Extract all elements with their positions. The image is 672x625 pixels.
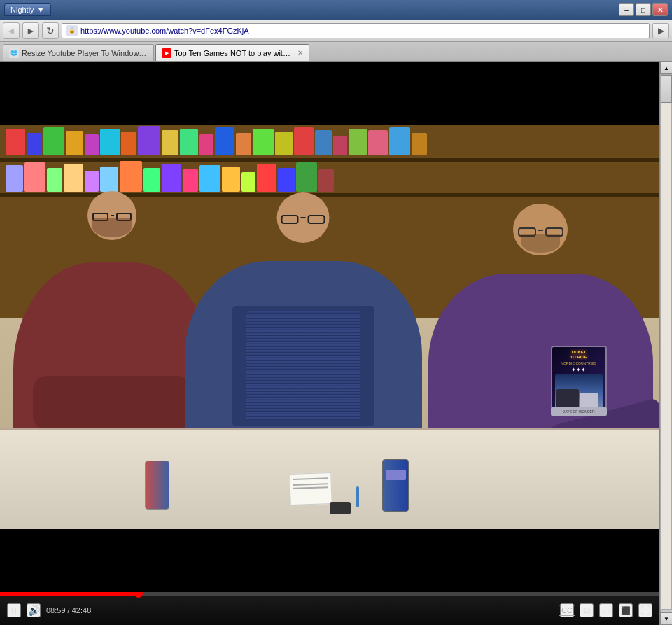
book-4 bbox=[66, 131, 83, 155]
go-button[interactable]: ▶ bbox=[652, 23, 669, 38]
play-pause-icon: ⏸ bbox=[9, 605, 19, 616]
scroll-down-button[interactable]: ▼ bbox=[660, 612, 672, 625]
game-box-subtitle: NORDIC COUNTRIES bbox=[561, 361, 596, 365]
total-time: 42:48 bbox=[72, 606, 92, 615]
nightly-dropdown-icon: ▼ bbox=[37, 6, 45, 14]
book-13 bbox=[236, 133, 251, 155]
book-20 bbox=[368, 130, 388, 155]
miniplayer-icon: ▭ bbox=[603, 606, 610, 615]
time-display: 08:59 / 42:48 bbox=[46, 606, 91, 615]
content-area: TICKETTO RIDE NORDIC COUNTRIES ✦✦✦ bbox=[0, 62, 672, 625]
captions-button[interactable]: CC bbox=[560, 603, 574, 617]
book-10 bbox=[180, 129, 198, 155]
book-6 bbox=[100, 129, 120, 155]
fullscreen-icon: ⛶ bbox=[640, 605, 650, 616]
tab-favicon-resize: 🌐 bbox=[9, 48, 19, 58]
titlebar: Nightly ▼ – □ ✕ bbox=[0, 0, 672, 20]
navbar: ◄ ► ↻ 🔒 https://www.youtube.com/watch?v=… bbox=[0, 20, 672, 42]
video-controls: ⏸ 🔊 08:59 / 42:48 CC ⚙ bbox=[0, 596, 659, 625]
book-2 bbox=[27, 133, 42, 155]
game-box-title: TICKETTO RIDE bbox=[570, 350, 587, 360]
book-22 bbox=[412, 133, 427, 155]
book-12 bbox=[215, 127, 234, 155]
nightly-label: Nightly bbox=[10, 6, 34, 14]
forward-button[interactable]: ► bbox=[22, 22, 39, 39]
book-14 bbox=[253, 129, 274, 155]
tab-label-resize: Resize Youtube Player To Window Size f..… bbox=[22, 49, 148, 57]
book-15 bbox=[275, 132, 293, 155]
progress-bar-fill bbox=[0, 592, 139, 596]
video-content: TICKETTO RIDE NORDIC COUNTRIES ✦✦✦ bbox=[0, 62, 659, 592]
video-container: TICKETTO RIDE NORDIC COUNTRIES ✦✦✦ bbox=[0, 62, 659, 625]
youtube-favicon bbox=[162, 48, 172, 58]
game-box-stars: ✦✦✦ bbox=[571, 367, 586, 373]
tab-resize[interactable]: 🌐 Resize Youtube Player To Window Size f… bbox=[3, 44, 154, 61]
maximize-button[interactable]: □ bbox=[636, 3, 651, 16]
video-scene: TICKETTO RIDE NORDIC COUNTRIES ✦✦✦ bbox=[0, 125, 659, 529]
person-center-glasses bbox=[281, 215, 326, 224]
game-box-scene bbox=[555, 374, 603, 412]
book-18 bbox=[333, 136, 347, 155]
book-21 bbox=[389, 127, 410, 155]
reload-button[interactable]: ↻ bbox=[42, 22, 59, 39]
book-17 bbox=[315, 130, 332, 155]
dice-tower-right bbox=[382, 459, 409, 512]
scroll-up-button[interactable]: ▲ bbox=[660, 62, 672, 74]
current-time: 08:59 bbox=[46, 606, 66, 615]
pen bbox=[356, 486, 359, 507]
titlebar-left: Nightly ▼ bbox=[4, 3, 51, 16]
tabbar: 🌐 Resize Youtube Player To Window Size f… bbox=[0, 42, 672, 62]
volume-icon: 🔊 bbox=[28, 605, 40, 616]
back-button[interactable]: ◄ bbox=[3, 22, 20, 39]
book-16 bbox=[294, 127, 314, 155]
volume-button[interactable]: 🔊 bbox=[27, 603, 41, 617]
book-3 bbox=[43, 127, 64, 155]
miniplayer-button[interactable]: ▭ bbox=[599, 603, 613, 617]
url-text: https://www.youtube.com/watch?v=dFex4FGz… bbox=[80, 27, 645, 35]
settings-icon: ⚙ bbox=[582, 605, 592, 616]
book-11 bbox=[200, 134, 214, 155]
phone-on-table bbox=[330, 502, 351, 514]
book-9 bbox=[162, 130, 178, 155]
book-5 bbox=[85, 134, 99, 155]
letterbox-bottom bbox=[0, 529, 659, 592]
shelf-row-1 bbox=[0, 125, 659, 158]
book-1 bbox=[6, 129, 25, 155]
ticket-to-ride-box: TICKETTO RIDE NORDIC COUNTRIES ✦✦✦ bbox=[551, 346, 607, 416]
vertical-scrollbar: ▲ ▼ bbox=[659, 62, 672, 625]
book-7 bbox=[121, 132, 136, 155]
theater-icon: ⬛ bbox=[621, 606, 631, 615]
theater-button[interactable]: ⬛ bbox=[619, 603, 633, 617]
scroll-thumb[interactable] bbox=[661, 75, 672, 103]
book-19 bbox=[349, 129, 367, 155]
progress-bar-track[interactable] bbox=[0, 592, 659, 596]
days-of-wonder-logo: DAYS OF WONDER bbox=[551, 407, 607, 416]
captions-icon: CC bbox=[559, 605, 575, 616]
scroll-track[interactable] bbox=[660, 74, 672, 610]
video-frame: TICKETTO RIDE NORDIC COUNTRIES ✦✦✦ bbox=[0, 62, 659, 592]
video-controls-wrapper: ⏸ 🔊 08:59 / 42:48 CC ⚙ bbox=[0, 592, 659, 625]
table bbox=[0, 428, 659, 530]
book-8 bbox=[138, 126, 160, 155]
tab-label-youtube: Top Ten Games NOT to play with an An... bbox=[174, 49, 292, 57]
letterbox-top bbox=[0, 62, 659, 125]
settings-button[interactable]: ⚙ bbox=[580, 603, 594, 617]
close-button[interactable]: ✕ bbox=[652, 3, 668, 16]
address-bar[interactable]: 🔒 https://www.youtube.com/watch?v=dFex4F… bbox=[62, 23, 650, 38]
security-icon: 🔒 bbox=[66, 25, 78, 36]
fullscreen-button[interactable]: ⛶ bbox=[638, 603, 652, 617]
tab-youtube[interactable]: Top Ten Games NOT to play with an An... … bbox=[155, 44, 309, 61]
notepad bbox=[290, 472, 333, 505]
nightly-button[interactable]: Nightly ▼ bbox=[4, 3, 51, 16]
minimize-button[interactable]: – bbox=[619, 3, 634, 16]
play-pause-button[interactable]: ⏸ bbox=[7, 603, 21, 617]
tab-close-button[interactable]: ✕ bbox=[298, 49, 303, 57]
titlebar-controls: – □ ✕ bbox=[619, 3, 668, 16]
dice-tower-left bbox=[145, 461, 169, 510]
